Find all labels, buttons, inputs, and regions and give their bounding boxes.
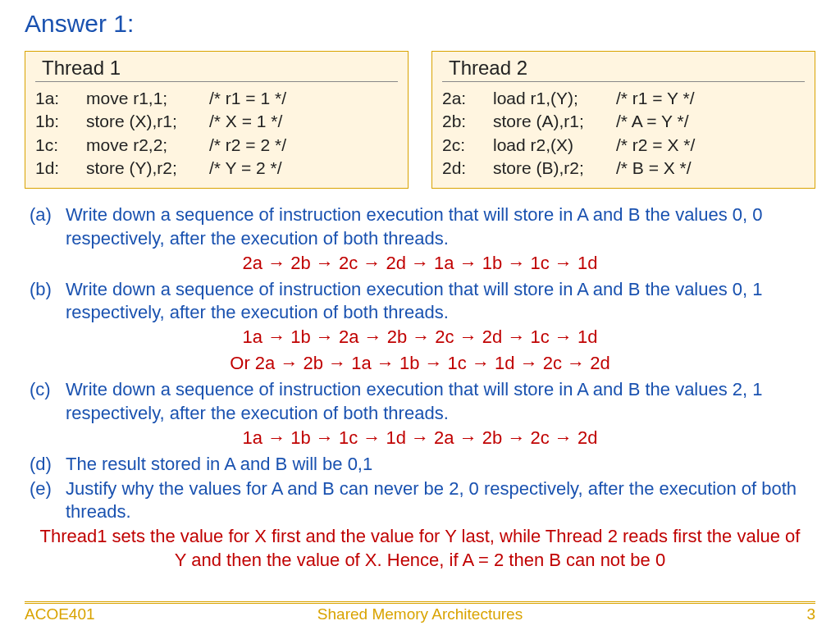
slide-title: Answer 1: [25,10,815,38]
code-line: 2d:store (B),r2;/* B = X */ [442,157,805,180]
footer-right: 3 [552,605,815,623]
answer-a: 2a → 2b → 2c → 2d → 1a → 1b → 1c → 1d [25,252,815,275]
questions: (a) Write down a sequence of instruction… [25,203,815,571]
thread1-title: Thread 1 [35,57,398,82]
question-b: (b) Write down a sequence of instruction… [25,278,815,324]
question-a-text: Write down a sequence of instruction exe… [66,203,815,249]
code-instruction: store (X),r1; [86,110,209,133]
code-label: 1d: [35,157,86,180]
answer-b2: Or 2a → 2b → 1a → 1b → 1c → 1d → 2c → 2d [25,352,815,375]
thread2-code: 2a:load r1,(Y);/* r1 = Y */2b:store (A),… [442,87,805,180]
code-instruction: store (B),r2; [493,157,616,180]
code-comment: /* X = 1 */ [209,110,282,133]
question-b-text: Write down a sequence of instruction exe… [66,278,815,324]
question-c: (c) Write down a sequence of instruction… [25,378,815,424]
question-e: (e) Justify why the values for A and B c… [25,477,815,523]
question-d: (d) The result stored in A and B will be… [25,453,815,476]
code-comment: /* Y = 2 */ [209,157,282,180]
code-label: 1b: [35,110,86,133]
code-line: 2a:load r1,(Y);/* r1 = Y */ [442,87,805,110]
code-comment: /* r2 = 2 */ [209,134,286,157]
code-label: 2a: [442,87,493,110]
thread1-code: 1a:move r1,1;/* r1 = 1 */1b:store (X),r1… [35,87,398,180]
code-instruction: store (A),r1; [493,110,616,133]
code-line: 1d:store (Y),r2;/* Y = 2 */ [35,157,398,180]
footer: ACOE401 Shared Memory Architectures 3 [25,601,815,623]
code-line: 1b:store (X),r1;/* X = 1 */ [35,110,398,133]
question-e-text: Justify why the values for A and B can n… [66,477,815,523]
footer-left: ACOE401 [25,605,288,623]
code-comment: /* r1 = Y */ [616,87,695,110]
code-comment: /* B = X */ [616,157,692,180]
answer-b1: 1a → 1b → 2a → 2b → 2c → 2d → 1c → 1d [25,326,815,349]
code-label: 2b: [442,110,493,133]
code-instruction: move r2,2; [86,134,209,157]
thread2-box: Thread 2 2a:load r1,(Y);/* r1 = Y */2b:s… [431,51,815,189]
slide: Answer 1: Thread 1 1a:move r1,1;/* r1 = … [0,0,840,607]
footer-center: Shared Memory Architectures [288,605,551,623]
thread1-box: Thread 1 1a:move r1,1;/* r1 = 1 */1b:sto… [25,51,409,189]
code-line: 2c:load r2,(X)/* r2 = X */ [442,134,805,157]
question-c-label: (c) [25,378,66,424]
code-instruction: store (Y),r2; [86,157,209,180]
question-e-label: (e) [25,477,66,523]
code-line: 2b:store (A),r1;/* A = Y */ [442,110,805,133]
question-a-label: (a) [25,203,66,249]
code-label: 2c: [442,134,493,157]
thread2-title: Thread 2 [442,57,805,82]
code-label: 1c: [35,134,86,157]
code-line: 1a:move r1,1;/* r1 = 1 */ [35,87,398,110]
question-d-text: The result stored in A and B will be 0,1 [66,453,815,476]
code-label: 1a: [35,87,86,110]
question-a: (a) Write down a sequence of instruction… [25,203,815,249]
question-b-label: (b) [25,278,66,324]
question-d-label: (d) [25,453,66,476]
code-label: 2d: [442,157,493,180]
code-comment: /* r1 = 1 */ [209,87,286,110]
answer-c: 1a → 1b → 1c → 1d → 2a → 2b → 2c → 2d [25,427,815,450]
answer-e: Thread1 sets the value for X first and t… [25,525,815,571]
code-instruction: move r1,1; [86,87,209,110]
threads-row: Thread 1 1a:move r1,1;/* r1 = 1 */1b:sto… [25,51,815,189]
code-comment: /* r2 = X */ [616,134,695,157]
code-line: 1c:move r2,2;/* r2 = 2 */ [35,134,398,157]
code-instruction: load r2,(X) [493,134,616,157]
question-c-text: Write down a sequence of instruction exe… [66,378,815,424]
code-instruction: load r1,(Y); [493,87,616,110]
code-comment: /* A = Y */ [616,110,689,133]
